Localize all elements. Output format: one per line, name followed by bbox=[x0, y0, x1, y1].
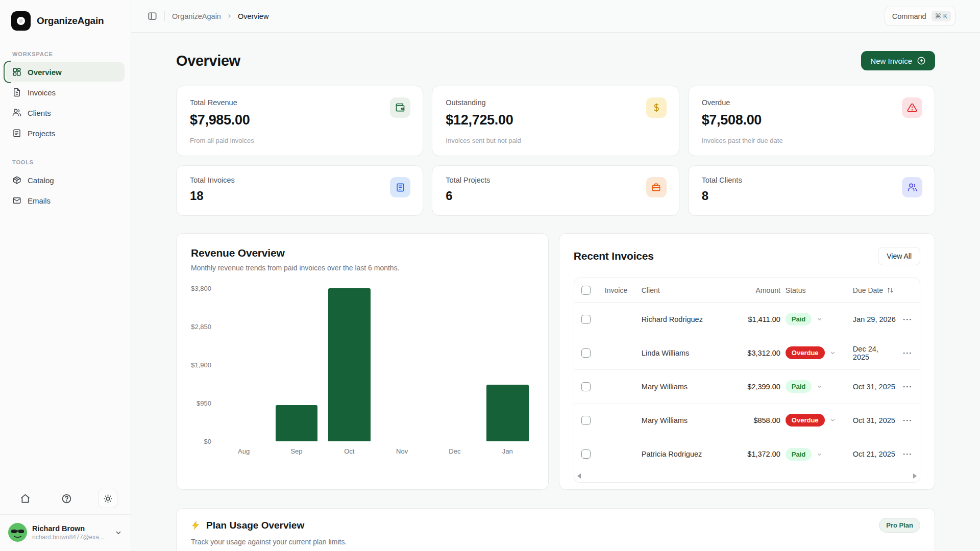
x-tick-label: Oct bbox=[323, 447, 376, 455]
cell-amount: $2,399.00 bbox=[731, 383, 786, 391]
file-text-icon bbox=[390, 177, 410, 197]
file-lines-icon bbox=[12, 129, 21, 138]
view-all-button[interactable]: View All bbox=[878, 247, 920, 265]
cell-due-date: Jan 29, 2026 bbox=[853, 315, 896, 323]
stat-card-total-projects: Total Projects 6 bbox=[432, 165, 679, 216]
sidebar-item-invoices[interactable]: Invoices bbox=[6, 83, 125, 102]
divider bbox=[0, 514, 131, 515]
stat-value: $7,508.00 bbox=[702, 112, 921, 128]
status-badge: Overdue bbox=[786, 414, 825, 427]
home-button[interactable] bbox=[15, 489, 35, 508]
package-icon bbox=[12, 176, 21, 185]
panel-subtitle: Track your usage against your current pl… bbox=[191, 538, 920, 546]
select-all-checkbox[interactable] bbox=[581, 286, 591, 295]
table-row: Mary Williams$858.00OverdueOct 31, 2025⋯ bbox=[574, 404, 920, 437]
table-row: Richard Rodriguez$1,411.00PaidJan 29, 20… bbox=[574, 303, 920, 336]
breadcrumb-root[interactable]: OrganizeAgain bbox=[172, 12, 221, 20]
theme-toggle-button[interactable] bbox=[98, 489, 117, 508]
stat-card-total-clients: Total Clients 8 bbox=[688, 165, 935, 216]
stat-value: $12,725.00 bbox=[446, 112, 665, 128]
file-text-icon bbox=[12, 88, 21, 97]
workspace-section-label: WORKSPACE bbox=[12, 51, 118, 57]
status-dropdown[interactable]: Paid bbox=[786, 313, 853, 325]
command-label: Command bbox=[892, 12, 926, 20]
table-row: Linda Williams$3,312.00OverdueDec 24, 20… bbox=[574, 336, 920, 370]
cell-due-date: Dec 24, 2025 bbox=[853, 345, 896, 361]
sidebar-item-label: Projects bbox=[28, 129, 55, 138]
bar-jan bbox=[486, 385, 529, 441]
sidebar-item-label: Catalog bbox=[28, 176, 54, 185]
chevron-down-icon bbox=[829, 417, 836, 423]
sidebar-item-label: Invoices bbox=[28, 88, 56, 97]
row-checkbox[interactable] bbox=[581, 416, 591, 425]
cell-due-date: Oct 31, 2025 bbox=[853, 383, 896, 391]
counter-row: Total Invoices 18 Total Projects 6 Total… bbox=[176, 165, 935, 216]
x-tick-label: Jan bbox=[481, 447, 534, 455]
table-row: Mary Williams$2,399.00PaidOct 31, 2025⋯ bbox=[574, 370, 920, 404]
y-tick-label: $3,800 bbox=[191, 285, 211, 292]
command-palette-button[interactable]: Command ⌘ K bbox=[885, 7, 955, 26]
status-dropdown[interactable]: Paid bbox=[786, 380, 853, 393]
users-icon bbox=[12, 108, 21, 117]
cell-client: Linda Williams bbox=[642, 349, 731, 357]
row-menu-button[interactable]: ⋯ bbox=[896, 350, 918, 356]
status-badge: Paid bbox=[786, 380, 812, 393]
status-badge: Paid bbox=[786, 448, 812, 461]
row-menu-button[interactable]: ⋯ bbox=[896, 452, 918, 457]
sidebar-item-label: Emails bbox=[28, 196, 51, 205]
bar-oct bbox=[328, 288, 371, 441]
bar-sep bbox=[276, 405, 318, 441]
sidebar-item-label: Overview bbox=[28, 68, 62, 77]
sidebar-item-projects[interactable]: Projects bbox=[6, 123, 125, 143]
stat-label: Overdue bbox=[702, 98, 921, 107]
sort-icon[interactable] bbox=[887, 287, 894, 294]
sidebar-item-clients[interactable]: Clients bbox=[6, 103, 125, 122]
row-checkbox[interactable] bbox=[581, 382, 591, 391]
sun-icon bbox=[103, 494, 113, 504]
row-checkbox[interactable] bbox=[581, 315, 591, 324]
brand: OrganizeAgain bbox=[0, 0, 131, 36]
users-icon bbox=[902, 177, 922, 197]
status-dropdown[interactable]: Paid bbox=[786, 448, 853, 461]
y-tick-label: $2,850 bbox=[191, 323, 211, 331]
topbar: OrganizeAgain Overview Command ⌘ K bbox=[131, 0, 980, 33]
breadcrumb-current: Overview bbox=[238, 12, 268, 20]
user-profile[interactable]: Richard Brown richard.brown8477@exa... bbox=[0, 519, 131, 546]
row-menu-button[interactable]: ⋯ bbox=[896, 418, 918, 423]
page-title: Overview bbox=[176, 53, 240, 69]
revenue-overview-panel: Revenue Overview Monthly revenue trends … bbox=[176, 233, 549, 490]
active-indicator bbox=[4, 61, 11, 83]
stat-label: Total Clients bbox=[702, 176, 921, 184]
help-circle-icon bbox=[61, 493, 72, 504]
row-menu-button[interactable]: ⋯ bbox=[896, 317, 918, 322]
row-menu-button[interactable]: ⋯ bbox=[896, 384, 918, 389]
stat-caption: From all paid invoices bbox=[190, 137, 409, 144]
workspace-nav: Overview Invoices Clients Projects bbox=[0, 61, 131, 144]
stat-caption: Invoices sent but not paid bbox=[446, 137, 665, 144]
stat-value: 8 bbox=[702, 189, 921, 203]
horizontal-scrollbar[interactable] bbox=[574, 471, 920, 482]
y-tick-label: $0 bbox=[204, 438, 211, 445]
avatar bbox=[8, 523, 27, 542]
sidebar-item-emails[interactable]: Emails bbox=[6, 191, 125, 210]
new-invoice-label: New Invoice bbox=[870, 57, 912, 65]
cell-client: Richard Rodriguez bbox=[642, 315, 731, 323]
sidebar-item-label: Clients bbox=[28, 109, 51, 117]
status-dropdown[interactable]: Overdue bbox=[786, 346, 853, 359]
row-checkbox[interactable] bbox=[581, 449, 591, 459]
sidebar-toggle-button[interactable] bbox=[148, 11, 157, 21]
invoice-rows: Richard Rodriguez$1,411.00PaidJan 29, 20… bbox=[574, 303, 920, 471]
scroll-left-icon[interactable] bbox=[577, 473, 581, 479]
col-client: Client bbox=[642, 286, 731, 294]
scroll-right-icon[interactable] bbox=[913, 473, 917, 479]
row-checkbox[interactable] bbox=[581, 348, 591, 358]
new-invoice-button[interactable]: New Invoice bbox=[861, 51, 935, 70]
sidebar-item-overview[interactable]: Overview bbox=[6, 62, 125, 82]
chevron-down-icon bbox=[816, 451, 823, 458]
sidebar-item-catalog[interactable]: Catalog bbox=[6, 170, 125, 190]
brand-name: OrganizeAgain bbox=[37, 15, 104, 27]
stat-card-total-revenue: Total Revenue $7,985.00 From all paid in… bbox=[176, 86, 423, 156]
status-dropdown[interactable]: Overdue bbox=[786, 414, 853, 427]
help-button[interactable] bbox=[57, 489, 76, 508]
plan-usage-panel: Plan Usage Overview Pro Plan Track your … bbox=[176, 508, 935, 551]
